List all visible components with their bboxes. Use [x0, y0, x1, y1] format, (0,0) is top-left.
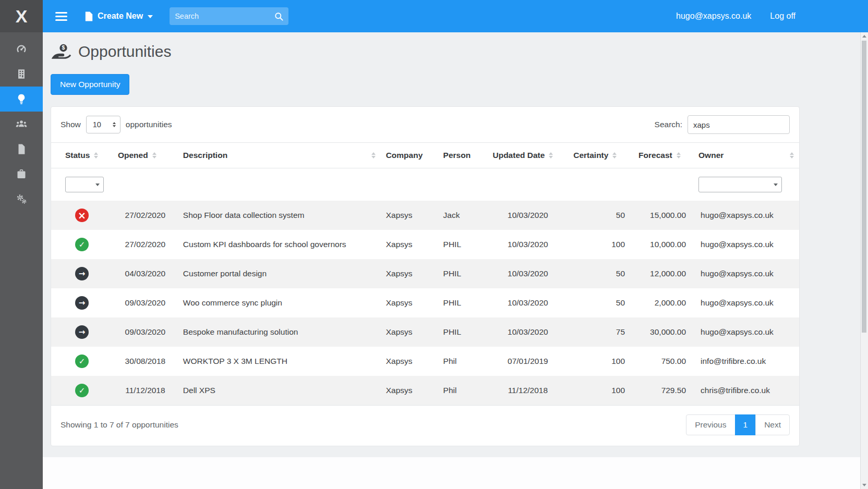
user-email[interactable]: hugo@xapsys.co.uk [676, 11, 751, 21]
table-row[interactable]: 27/02/2020 Shop Floor data collection sy… [51, 201, 799, 230]
page-title-text: Opportunities [78, 43, 171, 60]
sort-icon[interactable] [677, 152, 681, 158]
sort-icon[interactable] [371, 152, 376, 158]
certainty-cell: 50 [568, 259, 633, 288]
column-label: Description [183, 151, 227, 160]
gauge-icon [16, 43, 27, 55]
table-row[interactable]: 30/08/2018 WORKTOP 3 X 3M LENGTH Xapsys … [51, 347, 799, 376]
forecast-cell: 729.50 [633, 376, 693, 405]
sidebar: X [0, 0, 43, 489]
column-header-status[interactable]: Status [51, 143, 113, 168]
show-label: Show [61, 120, 81, 129]
company-cell: Xapsys [381, 288, 438, 317]
certainty-cell: 100 [568, 376, 633, 405]
scrollbar-thumb[interactable] [862, 41, 866, 333]
sort-icon[interactable] [549, 152, 553, 158]
create-new-label: Create New [98, 11, 143, 21]
sidebar-item-opportunities[interactable] [0, 87, 43, 112]
owner-cell: hugo@xapsys.co.uk [693, 317, 799, 347]
sidebar-item-dashboard[interactable] [0, 36, 43, 62]
topbar-search-input[interactable] [175, 12, 274, 20]
table-search-input[interactable] [688, 115, 790, 134]
sort-icon[interactable] [612, 152, 617, 158]
person-cell: Phil [438, 376, 488, 405]
status-filter-select[interactable] [65, 177, 104, 192]
sort-icon[interactable] [152, 152, 156, 158]
opportunities-card: Show 10 opportunities Search: Sta [51, 106, 800, 446]
cogs-icon [16, 193, 27, 205]
table-row[interactable]: 04/03/2020 Customer portal design Xapsys… [51, 259, 799, 288]
table-row[interactable]: 09/03/2020 Woo commerce sync plugin Xaps… [51, 288, 799, 317]
owner-filter-select[interactable] [698, 177, 782, 192]
sidebar-item-companies[interactable] [0, 62, 43, 87]
certainty-cell: 50 [568, 288, 633, 317]
previous-page-button[interactable]: Previous [686, 414, 735, 435]
sort-icon[interactable] [94, 152, 98, 158]
status-icon [75, 267, 89, 280]
table-row[interactable]: 27/02/2020 Custom KPI dashboards for sch… [51, 230, 799, 259]
topbar-search [170, 7, 288, 25]
opened-cell: 09/03/2020 [113, 288, 178, 317]
column-header-description[interactable]: Description [178, 143, 381, 168]
column-header-forecast[interactable]: Forecast [633, 143, 693, 168]
column-header-certainty[interactable]: Certainty [568, 143, 633, 168]
sidebar-item-jobs[interactable] [0, 162, 43, 187]
sidebar-item-settings[interactable] [0, 187, 43, 212]
sidebar-item-contacts[interactable] [0, 112, 43, 137]
description-cell: Shop Floor data collection system [178, 201, 381, 230]
menu-toggle-button[interactable] [53, 10, 69, 23]
app-logo[interactable]: X [0, 0, 43, 32]
column-header-person[interactable]: Person [438, 143, 488, 168]
show-entries-select[interactable]: 10 [86, 116, 120, 133]
forecast-cell: 15,000.00 [633, 201, 693, 230]
certainty-cell: 100 [568, 230, 633, 259]
company-cell: Xapsys [381, 376, 438, 405]
company-cell: Xapsys [381, 259, 438, 288]
person-cell: PHIL [438, 230, 488, 259]
next-page-button[interactable]: Next [755, 414, 790, 435]
search-icon[interactable] [274, 12, 283, 21]
owner-cell: hugo@xapsys.co.uk [693, 259, 799, 288]
arrow-down-icon [862, 484, 866, 486]
company-cell: Xapsys [381, 317, 438, 347]
building-icon [16, 68, 27, 80]
table-row[interactable]: 09/03/2020 Bespoke manufacturing solutio… [51, 317, 799, 347]
scroll-up-button[interactable] [861, 32, 868, 40]
page-1-button[interactable]: 1 [735, 414, 756, 435]
sidebar-nav [0, 36, 43, 212]
description-cell: Customer portal design [178, 259, 381, 288]
owner-cell: hugo@xapsys.co.uk [693, 288, 799, 317]
column-header-company[interactable]: Company [381, 143, 438, 168]
opened-cell: 09/03/2020 [113, 317, 178, 347]
table-header-row: Status Opened Description Company [51, 143, 799, 168]
chevron-down-icon [148, 15, 153, 18]
status-icon [75, 354, 89, 368]
sidebar-item-documents[interactable] [0, 137, 43, 162]
person-cell: PHIL [438, 317, 488, 347]
person-cell: PHIL [438, 288, 488, 317]
show-entries-value: 10 [93, 120, 101, 129]
status-cell [51, 376, 113, 405]
app-logo-text: X [16, 6, 28, 27]
new-opportunity-button[interactable]: New Opportunity [51, 74, 129, 95]
sort-icon[interactable] [790, 152, 794, 158]
table-row[interactable]: 11/12/2018 Dell XPS Xapsys Phil 11/12/20… [51, 376, 799, 405]
vertical-scrollbar[interactable] [860, 32, 868, 489]
opened-cell: 04/03/2020 [113, 259, 178, 288]
column-header-owner[interactable]: Owner [693, 143, 799, 168]
forecast-cell: 30,000.00 [633, 317, 693, 347]
column-header-opened[interactable]: Opened [113, 143, 178, 168]
log-off-link[interactable]: Log off [770, 11, 795, 21]
certainty-cell: 75 [568, 317, 633, 347]
topbar: Create New hugo@xapsys.co.uk Log off [43, 0, 868, 32]
forecast-cell: 10,000.00 [633, 230, 693, 259]
file-icon [85, 11, 93, 21]
scroll-down-button[interactable] [861, 481, 868, 489]
column-header-updated-date[interactable]: Updated Date [487, 143, 568, 168]
company-cell: Xapsys [381, 201, 438, 230]
create-new-button[interactable]: Create New [85, 11, 153, 21]
show-entries-control: Show 10 opportunities [61, 116, 172, 133]
main-content: $ Opportunities New Opportunity Show 10 … [43, 32, 860, 489]
column-label: Certainty [573, 151, 608, 160]
updated-date-cell: 07/01/2019 [487, 347, 568, 376]
